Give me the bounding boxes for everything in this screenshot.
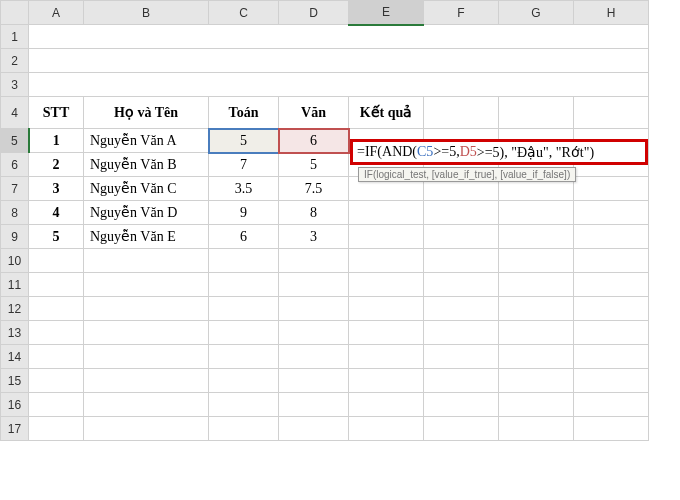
cell[interactable] [574,321,649,345]
cell[interactable] [279,297,349,321]
cell[interactable] [279,273,349,297]
row-header[interactable]: 1 [1,25,29,49]
cell-lit[interactable]: 8 [279,201,349,225]
cell[interactable] [29,393,84,417]
cell[interactable] [574,297,649,321]
header-lit[interactable]: Văn [279,97,349,129]
cell[interactable] [29,297,84,321]
cell[interactable] [574,273,649,297]
cell[interactable] [209,393,279,417]
cell[interactable] [574,249,649,273]
cell[interactable] [574,393,649,417]
col-header-G[interactable]: G [499,1,574,25]
cell[interactable] [574,225,649,249]
cell[interactable] [279,417,349,441]
cell[interactable] [349,345,424,369]
cell[interactable] [424,273,499,297]
cell[interactable] [84,273,209,297]
cell-stt[interactable]: 3 [29,177,84,201]
cell[interactable] [574,345,649,369]
select-all-corner[interactable] [1,1,29,25]
row-header[interactable]: 16 [1,393,29,417]
cell[interactable] [349,393,424,417]
cell[interactable] [424,97,499,129]
cell[interactable] [29,49,649,73]
cell[interactable] [424,417,499,441]
cell[interactable] [29,73,649,97]
cell-lit[interactable]: 3 [279,225,349,249]
row-header[interactable]: 5 [1,129,29,153]
row-header[interactable]: 3 [1,73,29,97]
cell-name[interactable]: Nguyễn Văn B [84,153,209,177]
cell[interactable] [499,273,574,297]
cell[interactable] [279,369,349,393]
cell[interactable] [279,393,349,417]
formula-edit-box[interactable]: =IF(AND(C5>=5, D5>=5), "Đậu", "Rớt") [350,139,648,165]
cell[interactable] [209,321,279,345]
row-header[interactable]: 9 [1,225,29,249]
row-header[interactable]: 8 [1,201,29,225]
cell-lit[interactable]: 7.5 [279,177,349,201]
cell[interactable] [349,249,424,273]
cell[interactable] [279,345,349,369]
cell[interactable] [209,273,279,297]
col-header-D[interactable]: D [279,1,349,25]
cell-stt[interactable]: 4 [29,201,84,225]
cell[interactable] [349,297,424,321]
cell[interactable] [29,417,84,441]
cell[interactable] [209,345,279,369]
cell[interactable] [499,201,574,225]
cell[interactable] [209,249,279,273]
cell[interactable] [424,249,499,273]
cell[interactable] [279,249,349,273]
row-header[interactable]: 10 [1,249,29,273]
cell[interactable] [424,345,499,369]
cell[interactable] [84,417,209,441]
cell[interactable] [499,97,574,129]
cell[interactable] [84,297,209,321]
cell[interactable] [29,321,84,345]
header-name[interactable]: Họ và Tên [84,97,209,129]
row-header[interactable]: 17 [1,417,29,441]
cell[interactable] [29,369,84,393]
cell[interactable] [349,225,424,249]
row-header[interactable]: 7 [1,177,29,201]
cell[interactable] [424,321,499,345]
header-math[interactable]: Toán [209,97,279,129]
cell[interactable] [424,225,499,249]
header-result[interactable]: Kết quả [349,97,424,129]
cell[interactable] [574,201,649,225]
cell[interactable] [424,369,499,393]
cell[interactable] [424,393,499,417]
cell[interactable] [84,321,209,345]
cell[interactable] [349,273,424,297]
row-header[interactable]: 4 [1,97,29,129]
row-header[interactable]: 14 [1,345,29,369]
cell-math[interactable]: 9 [209,201,279,225]
cell-name[interactable]: Nguyễn Văn C [84,177,209,201]
header-stt[interactable]: STT [29,97,84,129]
row-header[interactable]: 6 [1,153,29,177]
cell[interactable] [209,369,279,393]
cell[interactable] [499,345,574,369]
cell[interactable] [279,321,349,345]
cell-name[interactable]: Nguyễn Văn A [84,129,209,153]
cell-math[interactable]: 3.5 [209,177,279,201]
row-header[interactable]: 2 [1,49,29,73]
col-header-H[interactable]: H [574,1,649,25]
cell[interactable] [574,97,649,129]
cell[interactable] [349,369,424,393]
cell[interactable] [424,201,499,225]
worksheet[interactable]: A B C D E F G H 1 2 3 4 STT Họ và Tên To… [0,0,680,441]
cell[interactable] [349,201,424,225]
cell-math[interactable]: 7 [209,153,279,177]
cell[interactable] [574,369,649,393]
cell[interactable] [29,25,649,49]
cell[interactable] [84,249,209,273]
cell[interactable] [499,225,574,249]
cell[interactable] [574,177,649,201]
cell[interactable] [209,297,279,321]
cell-name[interactable]: Nguyễn Văn E [84,225,209,249]
cell[interactable] [29,249,84,273]
col-header-E[interactable]: E [349,1,424,25]
